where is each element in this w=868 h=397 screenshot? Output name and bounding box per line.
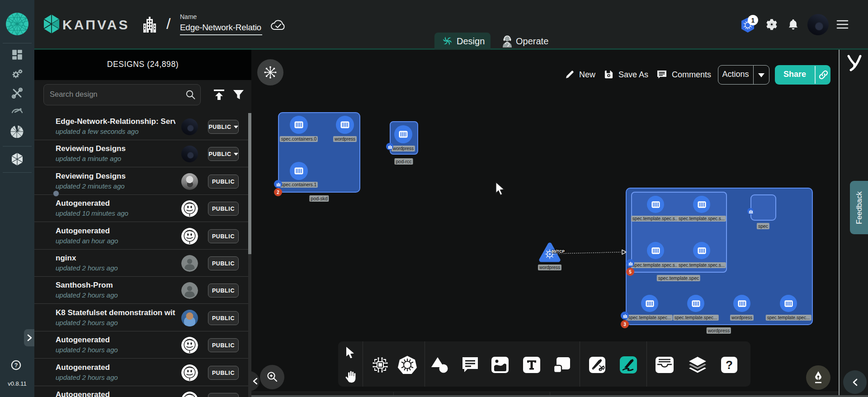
- svg-text:?: ?: [14, 362, 18, 369]
- svg-text:?: ?: [726, 358, 733, 372]
